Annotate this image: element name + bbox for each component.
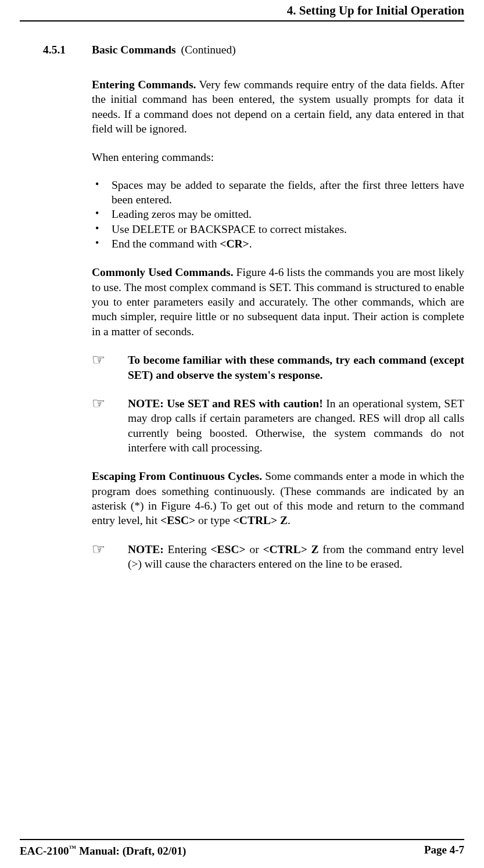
note-text: To become familiar with these commands, …	[128, 353, 464, 382]
note-try-commands: ☞ To become familiar with these commands…	[92, 353, 464, 382]
section-continued: (Continued)	[181, 44, 236, 56]
page: 4. Setting Up for Initial Operation 4.5.…	[0, 0, 484, 868]
pointing-hand-icon: ☞	[92, 396, 128, 411]
footer-left: EAC-2100™ Manual: (Draft, 02/01)	[20, 844, 186, 858]
note-esc: ☞ NOTE: Entering <ESC> or <CTRL> Z from …	[92, 542, 464, 572]
paragraph-entering: Entering Commands. Very few commands req…	[92, 77, 464, 136]
body: Entering Commands. Very few commands req…	[92, 77, 464, 571]
list-item: Spaces may be added to separate the fiel…	[112, 178, 464, 207]
pointing-hand-icon: ☞	[92, 542, 128, 557]
list-item: End the command with <CR>.	[112, 236, 464, 251]
list-item: Use DELETE or BACKSPACE to correct mista…	[112, 222, 464, 236]
page-header: 4. Setting Up for Initial Operation	[20, 0, 464, 21]
trademark-symbol: ™	[69, 844, 76, 852]
section-heading: 4.5.1 Basic Commands (Continued)	[20, 44, 464, 56]
bullet-list: Spaces may be added to separate the fiel…	[92, 178, 464, 252]
paragraph-escaping: Escaping From Continuous Cycles. Some co…	[92, 469, 464, 528]
paragraph-commonly-used: Commonly Used Commands. Figure 4-6 lists…	[92, 265, 464, 339]
run-in-heading: Escaping From Continuous Cycles.	[92, 470, 262, 482]
paragraph-when-entering: When entering commands:	[92, 150, 464, 164]
chapter-title: 4. Setting Up for Initial Operation	[287, 3, 464, 17]
list-item: Leading zeros may be omitted.	[112, 207, 464, 221]
note-text: NOTE: Use SET and RES with caution! In a…	[128, 396, 464, 455]
run-in-heading: Entering Commands.	[92, 78, 196, 91]
page-content: 4.5.1 Basic Commands (Continued) Enterin…	[20, 21, 464, 839]
section-number: 4.5.1	[20, 44, 92, 56]
run-in-heading: Commonly Used Commands.	[92, 266, 234, 278]
section-title: Basic Commands	[92, 44, 176, 56]
note-caution: ☞ NOTE: Use SET and RES with caution! In…	[92, 396, 464, 455]
pointing-hand-icon: ☞	[92, 353, 128, 368]
page-footer: EAC-2100™ Manual: (Draft, 02/01) Page 4-…	[20, 839, 464, 868]
footer-right: Page 4-7	[424, 844, 464, 858]
note-text: NOTE: Entering <ESC> or <CTRL> Z from th…	[128, 542, 464, 572]
